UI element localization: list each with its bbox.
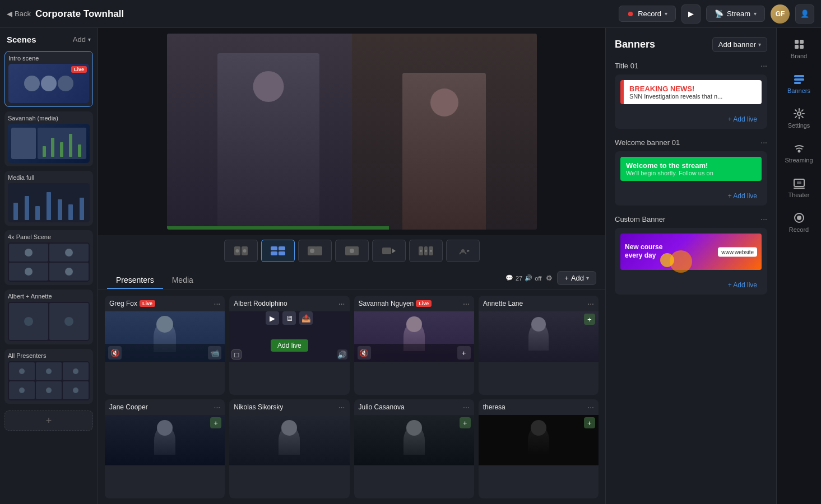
add-theresa-button[interactable]: +: [584, 417, 595, 428]
svg-point-30: [797, 112, 801, 115]
svg-point-2: [235, 249, 239, 253]
page-title: Corporate Townhall: [35, 8, 124, 20]
presenter-grid: Greg Fox Live ··· 🔇 📹: [98, 290, 605, 504]
add-scene-button-bottom[interactable]: +: [4, 410, 93, 431]
scene-item-albert-annette[interactable]: Albert + Annette: [4, 290, 93, 344]
stream-icon: 📡: [715, 10, 723, 18]
presenter-more-annette[interactable]: ···: [587, 299, 594, 308]
tab-presenters[interactable]: Presenters: [107, 272, 163, 289]
svg-marker-22: [467, 250, 470, 252]
banner-welcome-subtitle: We'll begin shortly. Follow us on: [626, 170, 756, 176]
banner-section-custom-label: Custom Banner: [615, 215, 665, 223]
add-julio-button[interactable]: +: [460, 417, 471, 428]
presenter-card-nikolas: Nikolas Sikorsky ···: [229, 399, 349, 498]
presenter-more-jane[interactable]: ···: [214, 403, 221, 412]
svg-rect-9: [316, 246, 322, 255]
banner-more-custom[interactable]: ···: [760, 214, 767, 223]
banner-card-breaking: BREAKING NEWS! SNN Investigation reveals…: [615, 74, 767, 129]
screen-albert-button[interactable]: 🖥: [282, 311, 296, 325]
scene-sel-single[interactable]: [335, 240, 369, 262]
add-jane-button[interactable]: +: [210, 417, 221, 428]
mic-status: 💬 27 🔊 off: [505, 274, 541, 282]
play-button[interactable]: ▶: [681, 4, 701, 24]
scene-sel-pip[interactable]: [298, 240, 332, 262]
scene-label-4x-panel: 4x Panel Scene: [8, 234, 90, 240]
nav-item-brand[interactable]: Brand: [777, 32, 821, 65]
presenter-card-header-savannah: Savannah Nguyen Live ···: [354, 296, 474, 311]
scene-item-intro[interactable]: Intro scene Live: [4, 51, 93, 107]
mute-savannah-button[interactable]: 🔇: [358, 346, 371, 360]
presenter-card-greg: Greg Fox Live ··· 🔇 📹: [105, 296, 225, 395]
add-banner-button[interactable]: Add banner ▾: [712, 37, 767, 52]
presenter-more-greg[interactable]: ···: [214, 299, 221, 308]
svg-point-12: [350, 249, 354, 253]
add-live-custom-button[interactable]: + Add live: [722, 278, 763, 292]
settings-button[interactable]: ⚙: [546, 274, 553, 282]
back-button[interactable]: ◀ Back: [7, 10, 31, 18]
nav-item-banners[interactable]: Banners: [777, 67, 821, 100]
add-annette-button[interactable]: +: [584, 314, 595, 325]
presenter-name-jane: Jane Cooper: [109, 403, 148, 411]
banner-preview-welcome: Welcome to the stream! We'll begin short…: [615, 151, 767, 186]
presenter-more-theresa[interactable]: ···: [587, 403, 594, 412]
nav-item-record[interactable]: Record: [777, 206, 821, 239]
topbar: ◀ Back Corporate Townhall ⏺ Record ▾ ▶ 📡…: [0, 0, 821, 28]
add-presenter-label: Add: [571, 274, 584, 282]
checkbox-albert-button[interactable]: □: [231, 349, 242, 360]
back-label: Back: [15, 10, 31, 18]
nav-item-settings[interactable]: Settings: [777, 102, 821, 134]
vol2-albert-button[interactable]: 🔊: [337, 349, 347, 360]
vol-savannah-button[interactable]: +: [457, 346, 471, 360]
presenters-controls: 💬 27 🔊 off ⚙ + Add ▾: [505, 271, 596, 290]
add-live-welcome-button[interactable]: + Add live: [722, 189, 763, 203]
presenter-more-albert[interactable]: ···: [338, 299, 345, 308]
record-button[interactable]: ⏺ Record ▾: [619, 6, 676, 22]
scene-sel-video[interactable]: [372, 240, 406, 262]
presenter-more-nikolas[interactable]: ···: [338, 403, 345, 412]
presenter-card-header-julio: Julio Casanova ···: [354, 399, 474, 415]
user-menu-button[interactable]: 👤: [795, 4, 814, 24]
vol-albert-button[interactable]: 📤: [299, 311, 313, 325]
cam-albert-button[interactable]: ▶: [266, 311, 279, 325]
scene-item-media-full[interactable]: Media full: [4, 171, 93, 226]
scene-selector-bar: [98, 235, 605, 267]
banner-breaking-title: BREAKING NEWS!: [629, 85, 756, 93]
topbar-right: ⏺ Record ▾ ▶ 📡 Stream ▾ GF 👤: [619, 4, 814, 24]
presenter-more-savannah[interactable]: ···: [463, 299, 470, 308]
nav-item-streaming[interactable]: Streaming: [777, 137, 821, 169]
settings-label: Settings: [788, 122, 810, 129]
svg-point-10: [310, 249, 314, 253]
scene-sel-4[interactable]: [261, 240, 295, 262]
add-live-title01-button[interactable]: + Add live: [722, 112, 763, 127]
scene-item-savannah[interactable]: Savannah (media): [4, 111, 93, 166]
banner-more-welcome[interactable]: ···: [760, 138, 767, 147]
stream-button[interactable]: 📡 Stream ▾: [706, 6, 765, 22]
add-presenter-button[interactable]: + Add ▾: [557, 271, 596, 285]
add-live-albert-button[interactable]: Add live: [271, 339, 308, 352]
preview-area: [98, 28, 605, 235]
svg-rect-34: [797, 181, 801, 184]
presenter-more-julio[interactable]: ···: [463, 403, 470, 412]
avatar[interactable]: GF: [771, 4, 790, 24]
scene-sel-triple[interactable]: [409, 240, 443, 262]
presenter-controls-overlay-savannah: 🔇 +: [354, 344, 474, 362]
svg-rect-29: [794, 82, 801, 84]
presenter-name-albert: Albert Rodolphino: [234, 300, 287, 307]
mute-greg-button[interactable]: 🔇: [108, 346, 122, 360]
scene-thumbnail-albert-annette: [8, 302, 90, 341]
banner-breaking-content: BREAKING NEWS! SNN Investigation reveals…: [620, 80, 762, 104]
scene-sel-stream[interactable]: [446, 240, 480, 262]
scenes-header: Scenes Add ▾: [4, 35, 93, 44]
scene-item-all-presenters[interactable]: All Presenters: [4, 349, 93, 404]
presenter-name-julio: Julio Casanova: [359, 403, 405, 411]
svg-rect-6: [271, 251, 277, 255]
svg-rect-5: [279, 246, 285, 250]
add-scene-button[interactable]: Add ▾: [73, 35, 91, 44]
tab-media[interactable]: Media: [163, 272, 202, 289]
scene-item-4x-panel[interactable]: 4x Panel Scene: [4, 230, 93, 285]
banner-more-title01[interactable]: ···: [760, 61, 767, 70]
banner-breaking-subtitle: SNN Investigation reveals that n...: [629, 93, 756, 100]
scene-sel-2[interactable]: [224, 240, 258, 262]
video-greg-button[interactable]: 📹: [208, 346, 221, 360]
nav-item-theater[interactable]: Theater: [777, 171, 821, 204]
